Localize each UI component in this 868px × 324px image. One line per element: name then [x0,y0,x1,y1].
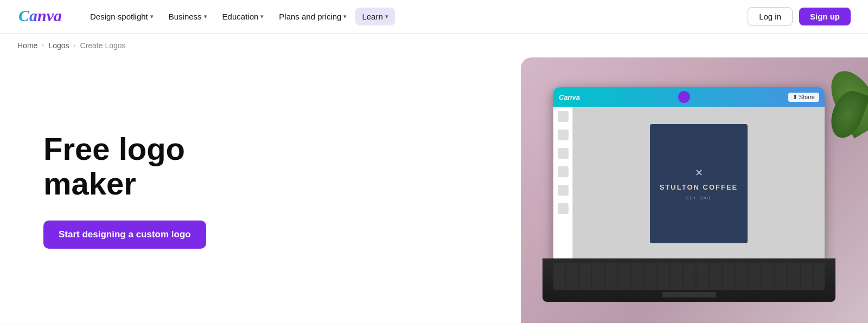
breadcrumb-current: Create Logos [80,41,126,50]
nav-plans-pricing[interactable]: Plans and pricing ▾ [272,8,353,25]
laptop-mockup: Canva ⬆ Share [542,87,846,323]
chevron-down-icon: ▾ [385,13,388,20]
editor-canvas: ✕ STULTON COFFEE EST. 2901 [573,107,825,261]
laptop-keyboard [542,258,835,302]
page-title: Free logo maker [43,132,265,201]
nav-education[interactable]: Education ▾ [216,8,271,25]
hero-content: Free logo maker Start designing a custom… [0,99,282,281]
tool-icon [558,111,569,122]
laptop-screen: Canva ⬆ Share [553,87,825,261]
editor-window: Canva ⬆ Share [553,87,825,261]
breadcrumb: Home › Logos › Create Logos [0,34,868,57]
chevron-down-icon: ▾ [343,13,347,20]
editor-topbar: Canva ⬆ Share [553,87,825,107]
editor-logo: Canva [559,93,580,101]
navbar: Canva Design spotlight ▾ Business ▾ Educ… [0,0,868,34]
chevron-down-icon: ▾ [204,13,207,20]
tool-icon [558,203,569,214]
editor-share-button[interactable]: ⬆ Share [788,93,819,102]
tool-icon [558,129,569,140]
coffee-symbol: ✕ [695,167,703,179]
signup-button[interactable]: Sign up [799,8,851,25]
cta-button[interactable]: Start designing a custom logo [43,221,206,249]
coffee-brand-title: STULTON COFFEE [660,183,738,191]
tool-icon [558,148,569,159]
canva-logo[interactable]: Canva [17,6,66,28]
breadcrumb-separator: › [74,42,76,49]
nav-design-spotlight[interactable]: Design spotlight ▾ [84,8,160,25]
share-icon: ⬆ [793,94,797,101]
editor-toolbar [553,107,573,261]
chevron-down-icon: ▾ [150,13,154,20]
nav-business[interactable]: Business ▾ [162,8,214,25]
editor-body: ✕ STULTON COFFEE EST. 2901 [553,107,825,261]
login-button[interactable]: Log in [748,7,793,26]
chevron-down-icon: ▾ [260,13,264,20]
avatar [678,91,690,103]
breadcrumb-separator: › [42,42,44,49]
hero-image: Canva ⬆ Share [521,57,868,323]
hero-section: Free logo maker Start designing a custom… [0,57,868,323]
tool-icon [558,166,569,177]
breadcrumb-home[interactable]: Home [17,41,37,50]
nav-learn[interactable]: Learn ▾ [355,8,394,25]
coffee-card-design: ✕ STULTON COFFEE EST. 2901 [650,124,748,243]
svg-text:Canva: Canva [18,7,62,24]
breadcrumb-logos[interactable]: Logos [48,41,69,50]
tool-icon [558,185,569,196]
coffee-brand-subtitle: EST. 2901 [686,196,711,200]
nav-auth: Log in Sign up [748,7,851,26]
nav-links: Design spotlight ▾ Business ▾ Education … [84,8,748,25]
